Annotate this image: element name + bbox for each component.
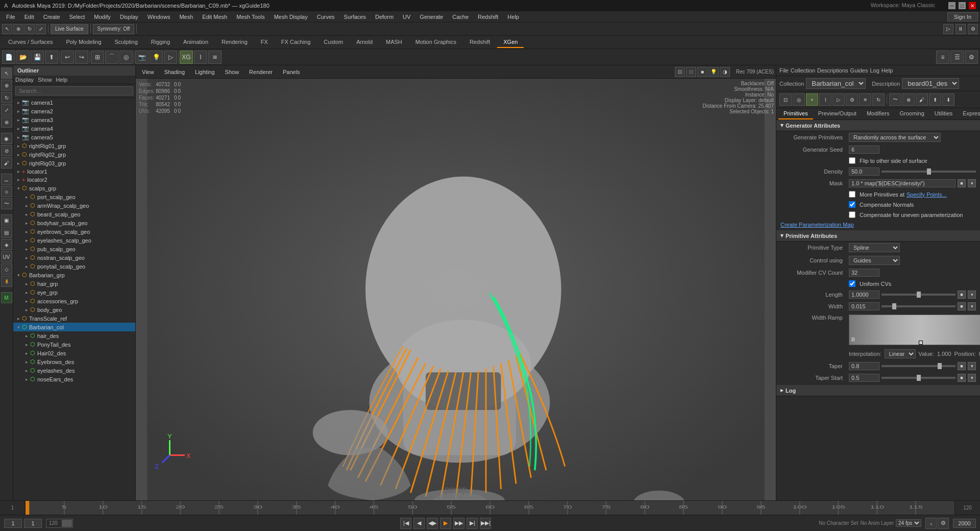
- outliner-item-eyebrows-des[interactable]: ▸ ⬡ Eyebrows_des: [13, 357, 135, 366]
- specify-points-link[interactable]: Specify Points...: [906, 191, 947, 198]
- symmetry-btn[interactable]: Symmetry: Off: [93, 24, 135, 34]
- vp-menu-view[interactable]: View: [138, 68, 158, 76]
- menu-deform[interactable]: Deform: [371, 13, 398, 21]
- taper-start-input[interactable]: [849, 374, 879, 382]
- li-soft-select[interactable]: ◉: [1, 133, 12, 144]
- tab-mash[interactable]: MASH: [380, 37, 408, 48]
- outliner-item-rightrig01[interactable]: ▸ ⬡ rightRig01_grp: [13, 141, 135, 150]
- anim-key-btn[interactable]: ⬦: [925, 518, 937, 529]
- icon-new[interactable]: 📄: [2, 51, 15, 64]
- li-lasso[interactable]: ⊘: [1, 145, 12, 156]
- length-map-btn[interactable]: ■: [958, 291, 966, 299]
- xgen-icon-sphere[interactable]: ◎: [793, 93, 805, 106]
- vp-menu-renderer[interactable]: Renderer: [245, 68, 277, 76]
- width-input[interactable]: [849, 302, 879, 310]
- outliner-item-eye-grp[interactable]: ▸ ⬡ eye_grp: [13, 288, 135, 297]
- tb-settings-btn[interactable]: ⚙: [968, 24, 978, 34]
- outliner-item-rightrig02[interactable]: ▸ ⬡ rightRig02_grp: [13, 150, 135, 159]
- density-input[interactable]: [849, 167, 879, 176]
- mask-map-btn[interactable]: ■: [958, 179, 966, 187]
- close-button[interactable]: ✕: [969, 2, 976, 9]
- outliner-item-bodyhair[interactable]: ▸ ⬡ bodyhair_scalp_geo: [13, 219, 135, 227]
- tab-motion-graphics[interactable]: Motion Graphics: [409, 37, 462, 48]
- length-input[interactable]: [849, 291, 879, 299]
- tab-xgen[interactable]: XGen: [497, 37, 524, 48]
- outliner-item-noseears-des[interactable]: ▸ ⬡ noseEars_des: [13, 375, 135, 383]
- icon-save[interactable]: 💾: [31, 51, 44, 64]
- xgen-description-select[interactable]: beard01_des: [902, 78, 959, 89]
- outliner-item-scalps-grp[interactable]: ▾ ⬡ scalps_grp: [13, 184, 135, 192]
- outliner-item-eyelashes-des[interactable]: ▸ ⬡ eyelashes_des: [13, 366, 135, 375]
- li-paint[interactable]: 🖌: [1, 157, 12, 168]
- vp-menu-shading[interactable]: Shading: [160, 68, 189, 76]
- sign-in-button[interactable]: Sign In: [947, 12, 978, 21]
- more-prims-checkbox[interactable]: [849, 191, 855, 198]
- current-frame-input[interactable]: [24, 519, 42, 528]
- xgen-icon-delete[interactable]: ✕: [859, 93, 871, 106]
- prev-play-btn[interactable]: ◀▶: [427, 518, 438, 529]
- tb-render-btn[interactable]: ▷: [943, 24, 953, 34]
- anim-settings-btn[interactable]: ⚙: [938, 518, 949, 529]
- ramp-handle[interactable]: [919, 341, 923, 345]
- xgen-icon-bind[interactable]: ⊗: [902, 93, 915, 106]
- start-frame-input[interactable]: [4, 519, 22, 528]
- menu-surfaces[interactable]: Surfaces: [340, 13, 370, 21]
- menu-display[interactable]: Display: [116, 13, 142, 21]
- li-hypershade[interactable]: ◈: [1, 239, 12, 250]
- taper-start-edit-btn[interactable]: ▾: [968, 374, 976, 382]
- icon-redo[interactable]: ↪: [75, 51, 88, 64]
- xgen-menu-guides[interactable]: Guides: [850, 67, 868, 74]
- next-keyframe-btn[interactable]: ▶▶|: [480, 518, 491, 529]
- icon-snap-point[interactable]: ◎: [119, 51, 133, 64]
- viewport[interactable]: View Shading Lighting Show Renderer Pane…: [136, 65, 776, 500]
- minimize-button[interactable]: ─: [948, 2, 955, 9]
- modifier-cv-input[interactable]: [849, 269, 879, 277]
- generator-attributes-header[interactable]: ▾ Generator Attributes: [776, 120, 980, 131]
- li-crease[interactable]: ⚊: [1, 174, 12, 185]
- icon-xgen[interactable]: XG: [180, 51, 193, 64]
- outliner-item-hair-des[interactable]: ▸ ⬡ hair_des: [13, 331, 135, 340]
- icon-import[interactable]: ⬆: [45, 51, 58, 64]
- li-pose-editor[interactable]: 🧍: [1, 276, 12, 287]
- interp-select[interactable]: Linear: [885, 349, 916, 358]
- prev-frame-btn[interactable]: ◀: [413, 518, 425, 529]
- li-rotate[interactable]: ↻: [1, 92, 12, 103]
- tab-rendering[interactable]: Rendering: [215, 37, 254, 48]
- li-uv[interactable]: UV: [1, 251, 12, 262]
- outliner-item-nostran[interactable]: ▸ ⬡ nostran_scalp_geo: [13, 253, 135, 262]
- menu-redshift[interactable]: Redshift: [474, 13, 502, 21]
- tab-arnold[interactable]: Arnold: [350, 37, 379, 48]
- icon-tool-settings[interactable]: ⚙: [965, 51, 978, 64]
- taper-edit-btn[interactable]: ▾: [968, 362, 976, 370]
- outliner-item-pub[interactable]: ▸ ⬡ pub_scalp_geo: [13, 245, 135, 253]
- icon-snap-grid[interactable]: ⊞: [91, 51, 104, 64]
- icon-attr-editor[interactable]: ☰: [950, 51, 964, 64]
- xgen-icon-curve[interactable]: 〜: [889, 93, 901, 106]
- flip-checkbox[interactable]: [849, 157, 855, 164]
- tab-animation[interactable]: Animation: [177, 37, 214, 48]
- xgen-icon-generate[interactable]: ⚙: [846, 93, 858, 106]
- tool-scale[interactable]: ⤢: [36, 24, 46, 34]
- vp-icon-flat[interactable]: ■: [697, 67, 707, 77]
- search-input[interactable]: [15, 86, 133, 95]
- icon-camera[interactable]: 📷: [135, 51, 149, 64]
- primitive-attributes-header[interactable]: ▾ Primitive Attributes: [776, 230, 980, 242]
- outliner-item-barbarian-grp[interactable]: ▾ ⬡ Barbarian_grp: [13, 271, 135, 279]
- mask-edit-btn[interactable]: ▾: [968, 179, 976, 187]
- live-surface-btn[interactable]: Live Surface: [51, 24, 88, 34]
- outliner-item-camera4[interactable]: ▸ 📷 camera4: [13, 124, 135, 133]
- li-universal[interactable]: ⊗: [1, 116, 12, 128]
- vp-icon-shadows[interactable]: ◑: [720, 67, 730, 77]
- end-frame-input[interactable]: [953, 519, 976, 528]
- menu-mesh-display[interactable]: Mesh Display: [270, 13, 312, 21]
- create-param-link[interactable]: Create Parameterization Map: [780, 222, 854, 228]
- li-select[interactable]: ↖: [1, 67, 12, 79]
- xgen-collection-select[interactable]: Barbarian_col: [806, 78, 866, 89]
- menu-uv[interactable]: UV: [399, 13, 414, 21]
- icon-channel-box[interactable]: ≡: [936, 51, 949, 64]
- control-using-select[interactable]: Guides: [849, 256, 900, 265]
- xgen-tab-primitives[interactable]: Primitives: [778, 108, 813, 119]
- density-slider[interactable]: [881, 171, 976, 173]
- xgen-menu-collection[interactable]: Collection: [791, 67, 815, 74]
- xgen-menu-log[interactable]: Log: [870, 67, 879, 74]
